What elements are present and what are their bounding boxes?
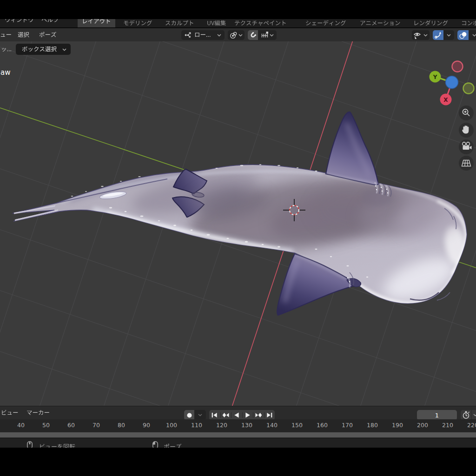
play-icon: [245, 412, 251, 418]
ruler-frame-number: 160: [317, 422, 328, 429]
keying-set-dropdown[interactable]: [194, 414, 206, 416]
ruler-frame-number: 40: [17, 422, 25, 429]
overlays-icon: [459, 32, 467, 39]
menu-pose[interactable]: [39, 28, 57, 42]
timeline-menu-marker-label: [26, 409, 50, 417]
blender-window: {"app":"Blender","topbar":{"menus":[{"la…: [0, 0, 476, 476]
tab-modeling[interactable]: [123, 19, 152, 27]
pivot-point-icon: [230, 32, 237, 39]
axis-gizmo[interactable]: Y X: [430, 61, 474, 106]
ruler-frame-number: 70: [93, 422, 100, 429]
screen-crop-bottom: [0, 448, 476, 476]
snap-settings-dropdown[interactable]: [258, 32, 277, 39]
tab-shading[interactable]: [305, 19, 346, 27]
tab-texture-paint-label: [234, 20, 287, 27]
playback-sync-dropdown[interactable]: [461, 410, 476, 420]
snap-target-icon: [261, 32, 268, 39]
chevron-down-icon: [447, 34, 451, 37]
chevron-down-icon: [217, 34, 221, 37]
ruler-frame-number: 130: [241, 422, 252, 429]
menu-view-label: [0, 31, 12, 39]
tab-rendering-label: [413, 20, 448, 27]
snap-magnet-icon: [250, 32, 257, 39]
prev-keyframe-button[interactable]: [220, 412, 231, 418]
tool-label-truncated: [1, 44, 12, 55]
timeline-scrollbar-thumb[interactable]: [0, 432, 476, 437]
jump-to-start-button[interactable]: [209, 412, 220, 418]
chevron-down-icon: [472, 34, 476, 37]
ruler-frame-number: 190: [392, 422, 403, 429]
show-overlays-button[interactable]: [457, 30, 469, 40]
viewport-3d[interactable]: Y X: [0, 41, 476, 406]
ruler-frame-number: 60: [67, 422, 75, 429]
ruler-frame-number: 180: [367, 422, 378, 429]
visibility-eye-icon: [413, 31, 421, 39]
auto-keyframe-button[interactable]: [184, 410, 194, 420]
menu-select[interactable]: [18, 28, 29, 42]
next-keyframe-button[interactable]: [253, 412, 264, 418]
auto-keyframe-group: [184, 410, 206, 420]
tab-shading-label: [305, 20, 346, 27]
timeline-menu-view-label: [1, 409, 19, 417]
jump-start-icon: [212, 412, 218, 418]
timeline-scrollbar: [0, 432, 476, 438]
axis-y-label: Y: [433, 74, 437, 80]
record-icon: [187, 413, 192, 418]
screen-crop-top: [0, 0, 476, 19]
axis-y-neg-ball[interactable]: [463, 83, 474, 94]
tab-uv-editing[interactable]: [207, 19, 226, 27]
tab-compositing-label: [461, 20, 476, 27]
ruler-frame-number: 90: [143, 422, 150, 429]
gizmo-group: [433, 30, 454, 40]
chevron-down-icon: [473, 414, 476, 416]
snap-group: [248, 30, 277, 40]
current-frame-field[interactable]: 1: [417, 410, 457, 420]
viewport-header: [0, 28, 476, 41]
timeline-ruler[interactable]: 4050607080901001101201301401501601701801…: [0, 419, 476, 432]
transform-orientation-dropdown[interactable]: [181, 30, 225, 40]
timeline-menu-view[interactable]: [1, 406, 19, 420]
tab-sculpting[interactable]: [165, 19, 194, 27]
shark-model[interactable]: [13, 112, 473, 315]
ruler-frame-number: 170: [342, 422, 353, 429]
tab-rendering[interactable]: [413, 19, 448, 27]
ruler-frame-number: 140: [266, 422, 278, 429]
play-reverse-button[interactable]: [231, 412, 242, 418]
chevron-down-icon: [62, 48, 66, 51]
overlays-settings-dropdown[interactable]: [469, 34, 476, 37]
timeline-header: 1: [0, 406, 476, 419]
ruler-frame-number: 80: [118, 422, 125, 429]
active-tool-label: [22, 46, 57, 53]
menu-pose-label: [39, 31, 57, 39]
zoom-button[interactable]: [459, 106, 474, 120]
play-reverse-icon: [234, 412, 239, 418]
overlays-group: [457, 30, 476, 40]
snap-toggle-button[interactable]: [248, 30, 258, 40]
ruler-frame-number: 50: [42, 422, 50, 429]
tool-label-text: [1, 46, 12, 53]
gizmo-icon: [435, 32, 442, 39]
object-visibility-dropdown[interactable]: [412, 30, 430, 40]
viewport-canvas: Y X: [0, 41, 476, 406]
gizmo-settings-dropdown[interactable]: [443, 34, 454, 37]
axis-z-ball[interactable]: [446, 76, 458, 89]
ruler-frame-number: 200: [417, 422, 428, 429]
play-button[interactable]: [242, 412, 253, 418]
tab-compositing[interactable]: [461, 19, 476, 27]
tab-animation[interactable]: [360, 19, 401, 27]
show-gizmo-button[interactable]: [433, 30, 443, 40]
chevron-down-icon: [238, 34, 243, 37]
ruler-frame-number: 100: [166, 422, 177, 429]
pivot-point-dropdown[interactable]: [228, 30, 245, 40]
tab-texture-paint[interactable]: [234, 19, 287, 27]
stopwatch-icon: [462, 411, 470, 419]
jump-to-end-button[interactable]: [264, 412, 275, 418]
tab-sculpting-label: [165, 20, 194, 27]
chevron-down-icon: [423, 34, 428, 37]
timeline-menu-marker[interactable]: [26, 406, 50, 420]
menu-view[interactable]: [0, 28, 12, 42]
transform-orientation-icon: [185, 32, 192, 39]
axis-x-label: X: [443, 97, 448, 103]
axis-x-neg-ball[interactable]: [452, 61, 463, 72]
active-tool-dropdown[interactable]: [16, 44, 71, 55]
